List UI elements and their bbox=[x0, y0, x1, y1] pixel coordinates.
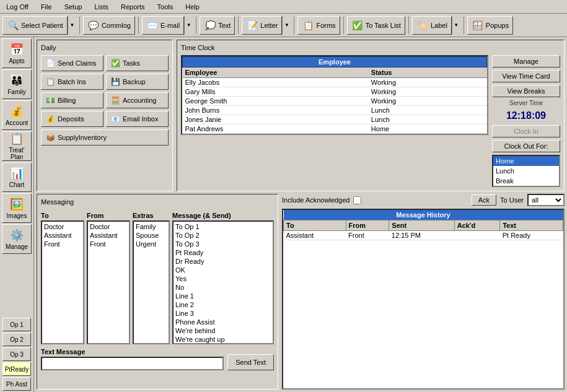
status-home[interactable]: Home bbox=[493, 156, 559, 166]
msg-dr-ready[interactable]: Dr Ready bbox=[174, 257, 272, 266]
msg-line3[interactable]: Line 3 bbox=[174, 309, 272, 318]
table-row[interactable]: Gary Mills Working bbox=[183, 87, 487, 97]
batch-ins-button[interactable]: 📋 Batch Ins bbox=[41, 74, 103, 90]
email-arrow[interactable]: ▼ bbox=[184, 16, 193, 35]
msg-to-op1[interactable]: To Op 1 bbox=[174, 222, 272, 231]
from-list[interactable]: Doctor Assistant Front bbox=[87, 220, 130, 344]
supply-inventory-button[interactable]: 📦 SupplyInventory bbox=[41, 129, 169, 146]
manage-button[interactable]: Manage bbox=[492, 55, 560, 68]
letter-dropdown[interactable]: 📝 Letter ▼ bbox=[242, 16, 291, 35]
to-front[interactable]: Front bbox=[43, 240, 82, 248]
tasks-button[interactable]: ✅ Tasks bbox=[106, 55, 169, 71]
to-assistant[interactable]: Assistant bbox=[43, 231, 82, 240]
label-dropdown[interactable]: 🏷️ Label ▼ bbox=[412, 16, 460, 35]
msg-behind[interactable]: We're behind bbox=[174, 326, 272, 335]
to-doctor[interactable]: Doctor bbox=[43, 222, 82, 231]
sidebar-item-appts[interactable]: 📅 Appts bbox=[2, 38, 32, 68]
extras-list[interactable]: Family Spouse Urgent bbox=[133, 220, 170, 344]
forms-button[interactable]: 📋 Forms bbox=[297, 16, 340, 35]
to-task-list-button[interactable]: ✅ To Task List bbox=[347, 16, 405, 35]
table-row[interactable]: George Smith Working bbox=[183, 97, 487, 106]
employee-name: Jones Janie bbox=[183, 115, 369, 124]
menu-help[interactable]: Help bbox=[182, 2, 203, 11]
clock-status-list[interactable]: Home Lunch Break bbox=[492, 155, 560, 187]
billing-button[interactable]: 💵 Billing bbox=[41, 92, 103, 108]
email-inbox-button[interactable]: 📧 Email Inbox bbox=[106, 111, 169, 127]
msg-ok[interactable]: OK bbox=[174, 266, 272, 274]
menu-file[interactable]: File bbox=[37, 2, 56, 11]
extra-family[interactable]: Family bbox=[134, 222, 168, 231]
text-message-input[interactable] bbox=[41, 357, 224, 370]
history-row[interactable]: Assistant Front 12:15 PM Pt Ready bbox=[284, 231, 563, 240]
sidebar-item-manage[interactable]: ⚙️ Manage bbox=[2, 224, 32, 254]
menu-setup[interactable]: Setup bbox=[61, 2, 86, 11]
msg-caught-up[interactable]: We're caught up bbox=[174, 335, 272, 344]
send-claims-icon: 📄 bbox=[45, 58, 55, 68]
extra-spouse[interactable]: Spouse bbox=[134, 231, 168, 240]
deposits-button[interactable]: 💰 Deposits bbox=[41, 111, 103, 127]
sep3 bbox=[196, 17, 196, 34]
accounting-button[interactable]: 🧮 Accounting bbox=[106, 92, 169, 108]
menu-logoff[interactable]: Log Off bbox=[2, 2, 32, 11]
to-user-select[interactable]: all bbox=[527, 194, 565, 206]
menu-lists[interactable]: Lists bbox=[90, 2, 112, 11]
sidebar-item-account[interactable]: 💰 Account bbox=[2, 100, 32, 130]
from-assistant[interactable]: Assistant bbox=[89, 231, 128, 240]
send-claims-button[interactable]: 📄 Send Claims bbox=[41, 55, 103, 71]
msg-yes[interactable]: Yes bbox=[174, 274, 272, 283]
sidebar-item-treat-plan[interactable]: 📋 Treat' Plan bbox=[2, 131, 32, 161]
clock-out-for-button[interactable]: Clock Out For: bbox=[492, 140, 560, 152]
msg-to-op3[interactable]: To Op 3 bbox=[174, 240, 272, 248]
from-front[interactable]: Front bbox=[89, 240, 128, 248]
from-doctor[interactable]: Doctor bbox=[89, 222, 128, 231]
sidebar-item-op2[interactable]: Op 2 bbox=[2, 333, 31, 346]
email-dropdown[interactable]: ✉️ E-mail ▼ bbox=[142, 16, 193, 35]
to-list[interactable]: Doctor Assistant Front bbox=[41, 220, 84, 344]
msg-line1[interactable]: Line 1 bbox=[174, 292, 272, 300]
letter-arrow[interactable]: ▼ bbox=[282, 16, 291, 35]
msg-line2[interactable]: Line 2 bbox=[174, 300, 272, 309]
status-lunch[interactable]: Lunch bbox=[493, 166, 559, 176]
include-ack-checkbox[interactable] bbox=[353, 196, 361, 204]
extra-urgent[interactable]: Urgent bbox=[134, 240, 168, 248]
col-employee: Employee bbox=[183, 68, 369, 78]
email-button[interactable]: ✉️ E-mail bbox=[142, 16, 184, 35]
sidebar-item-op1[interactable]: Op 1 bbox=[2, 318, 31, 331]
sidebar-item-images[interactable]: 🖼️ Images bbox=[2, 193, 32, 223]
sidebar-item-op3[interactable]: Op 3 bbox=[2, 347, 31, 361]
commlog-button[interactable]: 💬 Commlog bbox=[83, 16, 135, 35]
select-patient-button[interactable]: 🔍 Select Patient bbox=[2, 16, 68, 35]
sidebar-item-phasst[interactable]: Ph Asst bbox=[2, 377, 31, 391]
message-list[interactable]: To Op 1 To Op 2 To Op 3 Pt Ready Dr Read… bbox=[172, 220, 274, 344]
msg-to-op2[interactable]: To Op 2 bbox=[174, 231, 272, 240]
table-row[interactable]: Elly Jacobs Working bbox=[183, 78, 487, 87]
select-patient-dropdown[interactable]: 🔍 Select Patient ▼ bbox=[2, 16, 76, 35]
sidebar-item-ptready[interactable]: PtReady bbox=[2, 362, 31, 376]
menu-tools[interactable]: Tools bbox=[154, 2, 177, 11]
sidebar-item-family[interactable]: 👨‍👩‍👧 Family bbox=[2, 69, 32, 99]
ack-button[interactable]: Ack bbox=[472, 194, 496, 206]
clock-in-button[interactable]: Clock In bbox=[492, 125, 560, 137]
label-arrow[interactable]: ▼ bbox=[452, 16, 460, 35]
view-time-card-button[interactable]: View Time Card bbox=[492, 70, 560, 82]
table-row[interactable]: Jones Janie Lunch bbox=[183, 115, 487, 124]
text-button[interactable]: 💭 Text bbox=[200, 16, 235, 35]
label-button[interactable]: 🏷️ Label bbox=[412, 16, 452, 35]
msg-ignore[interactable]: Ignore last msg bbox=[174, 344, 272, 344]
menu-reports[interactable]: Reports bbox=[117, 2, 149, 11]
table-row[interactable]: John Burns Lunch bbox=[183, 106, 487, 115]
text-message-row: Text Message Send Text bbox=[41, 348, 274, 370]
status-break[interactable]: Break bbox=[493, 176, 559, 186]
msg-phone-assist[interactable]: Phone Assist bbox=[174, 318, 272, 326]
history-to: Assistant bbox=[284, 231, 346, 240]
view-breaks-button[interactable]: View Breaks bbox=[492, 85, 560, 97]
send-text-button[interactable]: Send Text bbox=[227, 354, 274, 370]
letter-button[interactable]: 📝 Letter bbox=[242, 16, 282, 35]
popups-button[interactable]: 🪟 Popups bbox=[467, 16, 513, 35]
msg-pt-ready[interactable]: Pt Ready bbox=[174, 248, 272, 257]
select-patient-arrow[interactable]: ▼ bbox=[68, 16, 76, 35]
msg-no[interactable]: No bbox=[174, 283, 272, 292]
table-row[interactable]: Pat Andrews Home bbox=[183, 124, 487, 134]
sidebar-item-chart[interactable]: 📊 Chart bbox=[2, 162, 32, 192]
backup-button[interactable]: 💾 Backup bbox=[106, 74, 169, 90]
